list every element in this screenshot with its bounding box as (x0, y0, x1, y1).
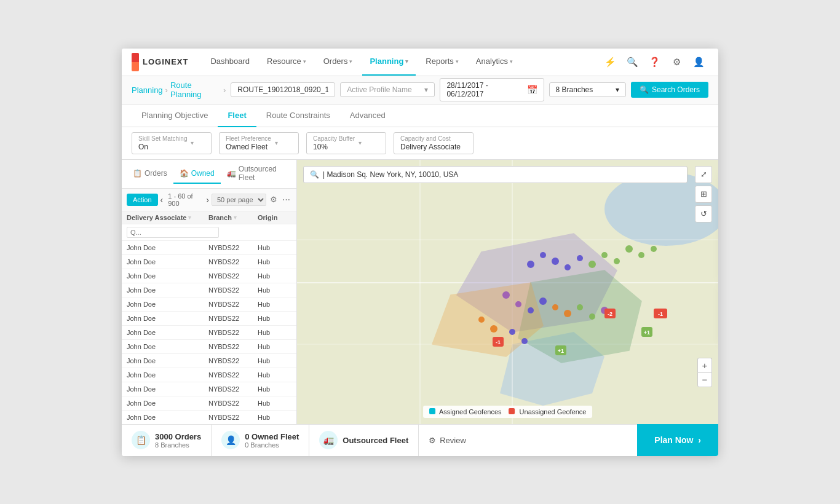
table-row[interactable]: John Doe NYBDS22 Hub (122, 340, 296, 354)
table-row[interactable]: John Doe NYBDS22 Hub (122, 382, 296, 396)
table-row[interactable]: John Doe NYBDS22 Hub (122, 396, 296, 411)
nav-analytics[interactable]: Analytics ▾ (469, 49, 520, 76)
table-row[interactable]: John Doe NYBDS22 Hub (122, 326, 296, 340)
search-icon: 🔍 (310, 170, 319, 179)
owned-fleet-stat: 👤 0 Owned Fleet 0 Branches (212, 425, 309, 456)
associate-search-input[interactable] (127, 227, 219, 238)
search-icon-btn[interactable]: 🔍 (622, 52, 642, 72)
zoom-out-btn[interactable]: − (697, 372, 712, 387)
td-associate: John Doe (127, 385, 208, 393)
route-id-input[interactable] (231, 82, 335, 97)
date-range-picker[interactable]: 28/11/2017 - 06/12/2017 📅 (440, 78, 544, 101)
search-orders-button[interactable]: 🔍 Search Orders (631, 82, 708, 98)
fleet-pref-label: Fleet Preference (226, 135, 271, 142)
chevron-down-icon: ▾ (359, 140, 362, 146)
unassigned-legend-item: Unassigned Geofence (509, 408, 587, 415)
td-associate: John Doe (127, 343, 208, 350)
table-row[interactable]: John Doe NYBDS22 Hub (122, 354, 296, 368)
table-row[interactable]: John Doe NYBDS22 Hub (122, 368, 296, 382)
breadcrumb-route-planning[interactable]: Route Planning (170, 81, 221, 99)
chevron-down-icon: ▾ (456, 58, 459, 65)
sub-tab-owned[interactable]: 🏠 Owned (173, 164, 221, 184)
plan-now-button[interactable]: Plan Now › (637, 424, 718, 456)
table-row[interactable]: John Doe NYBDS22 Hub (122, 269, 296, 283)
svg-point-27 (552, 304, 558, 310)
flash-icon-btn[interactable]: ⚡ (600, 52, 620, 72)
table-row[interactable]: John Doe NYBDS22 Hub (122, 283, 296, 297)
reset-btn[interactable]: ↺ (695, 205, 712, 222)
svg-point-23 (502, 291, 510, 299)
td-branch: NYBDS22 (208, 258, 258, 266)
fleet-pref-value: Owned Fleet (226, 143, 267, 151)
filter-icon: ▾ (234, 215, 237, 221)
svg-text:-1: -1 (496, 339, 501, 345)
td-associate: John Doe (127, 286, 208, 294)
td-origin: Hub (258, 315, 291, 322)
breadcrumb-planning[interactable]: Planning (132, 85, 163, 95)
user-icon-btn[interactable]: 👤 (689, 52, 708, 72)
capacity-buffer-filter[interactable]: Capacity Buffer 10% ▾ (306, 132, 386, 154)
profile-select[interactable]: Active Profile Name ▾ (340, 82, 435, 97)
td-branch: NYBDS22 (208, 315, 258, 322)
tab-route-constraints[interactable]: Route Constraints (256, 104, 340, 127)
svg-text:+1: +1 (558, 348, 564, 354)
zoom-in-btn[interactable]: + (697, 358, 712, 372)
branches-select[interactable]: 8 Branches ▾ (549, 82, 626, 97)
td-origin: Hub (258, 244, 291, 251)
capacity-cost-filter[interactable]: Capacity and Cost Delivery Associate (394, 132, 473, 154)
td-origin: Hub (258, 301, 291, 308)
chevron-down-icon: ▾ (191, 140, 194, 146)
nav-planning[interactable]: Planning ▾ (362, 49, 416, 76)
review-icon: ⚙ (429, 436, 436, 445)
tab-planning-objective[interactable]: Planning Objective (132, 104, 218, 127)
app-container: LOGINEXT Dashboard Resource ▾ Orders ▾ P… (122, 49, 718, 456)
table-body: John Doe NYBDS22 Hub John Doe NYBDS22 Hu… (122, 241, 296, 424)
capacity-cost-value: Delivery Associate (400, 143, 461, 151)
td-associate: John Doe (127, 357, 208, 364)
search-icon: 🔍 (640, 85, 649, 94)
layers-btn[interactable]: ⊞ (695, 186, 712, 203)
prev-page-button[interactable]: ‹ (160, 195, 164, 205)
skill-set-filter[interactable]: Skill Set Matching On ▾ (132, 132, 212, 154)
more-options-btn[interactable]: ⋯ (281, 194, 291, 205)
nav-dashboard[interactable]: Dashboard (203, 49, 257, 76)
sub-tab-orders[interactable]: 📋 Orders (127, 164, 173, 184)
fleet-pref-filter[interactable]: Fleet Preference Owned Fleet ▾ (219, 132, 299, 154)
assigned-legend-item: Assigned Geofences (429, 408, 502, 415)
map-search-bar[interactable]: 🔍 | Madison Sq. New York, NY, 10010, USA (303, 166, 687, 183)
svg-point-29 (577, 304, 583, 310)
nav-icons: ⚡ 🔍 ❓ ⚙ 👤 (600, 52, 708, 72)
td-branch: NYBDS22 (208, 272, 258, 280)
filter-icon-btn[interactable]: ⚙ (269, 194, 279, 205)
capacity-buffer-label: Capacity Buffer (313, 135, 355, 142)
svg-point-35 (521, 338, 528, 344)
table-row[interactable]: John Doe NYBDS22 Hub (122, 297, 296, 312)
breadcrumb-sep-1: › (165, 85, 168, 95)
orders-stat-text: 3000 Orders 8 Branches (155, 432, 201, 449)
nav-orders[interactable]: Orders ▾ (316, 49, 360, 76)
td-associate: John Doe (127, 258, 208, 266)
td-origin: Hub (258, 258, 291, 266)
table-row[interactable]: John Doe NYBDS22 Hub (122, 255, 296, 269)
table-row[interactable]: John Doe NYBDS22 Hub (122, 241, 296, 255)
table-row[interactable]: John Doe NYBDS22 Hub (122, 411, 296, 424)
sub-tab-outsourced[interactable]: 🚛 Outsourced Fleet (221, 160, 291, 188)
filter-icon: ▾ (188, 215, 191, 221)
td-origin: Hub (258, 272, 291, 280)
help-icon-btn[interactable]: ❓ (644, 52, 664, 72)
td-origin: Hub (258, 400, 291, 407)
expand-map-btn[interactable]: ⤢ (695, 166, 712, 183)
tab-fleet[interactable]: Fleet (218, 104, 256, 127)
tab-advanced[interactable]: Advanced (340, 104, 395, 127)
svg-point-28 (564, 310, 571, 317)
table-row[interactable]: John Doe NYBDS22 Hub (122, 312, 296, 326)
nav-reports[interactable]: Reports ▾ (418, 49, 466, 76)
truck-icon: 🚛 (227, 169, 236, 178)
per-page-select[interactable]: 50 per page (212, 194, 266, 206)
capacity-cost-label: Capacity and Cost (400, 135, 461, 142)
nav-resource[interactable]: Resource ▾ (260, 49, 314, 76)
next-page-button[interactable]: › (206, 195, 209, 205)
settings-icon-btn[interactable]: ⚙ (667, 52, 686, 72)
td-branch: NYBDS22 (208, 244, 258, 251)
action-button[interactable]: Action (127, 194, 158, 206)
